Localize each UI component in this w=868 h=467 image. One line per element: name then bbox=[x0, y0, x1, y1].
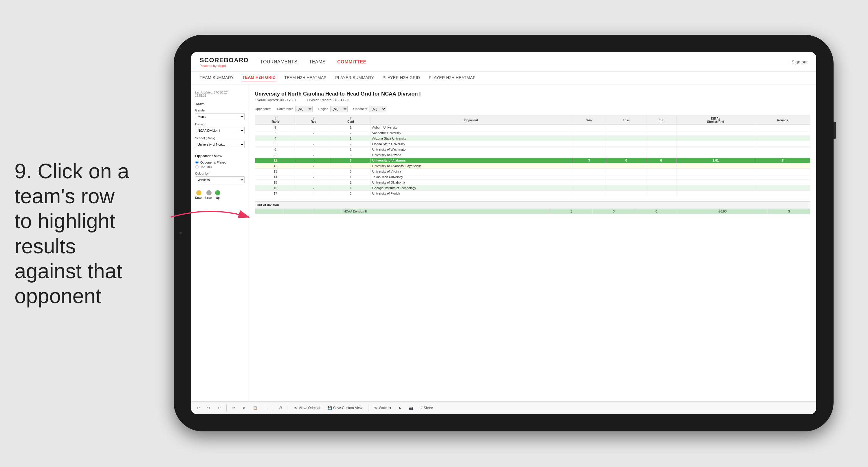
school-select[interactable]: University of Nort... bbox=[195, 141, 245, 148]
cell-loss bbox=[607, 152, 646, 158]
cut-button[interactable]: ✂ bbox=[231, 405, 237, 411]
gender-select[interactable]: Men's bbox=[195, 113, 245, 120]
cell-diff bbox=[676, 141, 755, 147]
cell-rounds bbox=[755, 125, 810, 130]
subnav-team-h2h-grid[interactable]: TEAM H2H GRID bbox=[243, 75, 276, 81]
cell-tie bbox=[646, 180, 676, 185]
colour-by-label: Colour by bbox=[195, 172, 245, 175]
cell-rank: 13 bbox=[255, 169, 296, 174]
brand-name: clippd bbox=[217, 64, 226, 67]
cell-reg: - bbox=[296, 125, 331, 130]
col-tie: Tie bbox=[646, 116, 676, 125]
region-label: Region bbox=[318, 107, 329, 111]
colour-by-select[interactable]: Win/loss bbox=[195, 176, 245, 183]
subnav-team-h2h-heatmap[interactable]: TEAM H2H HEATMAP bbox=[284, 75, 327, 81]
conference-select[interactable]: (All) bbox=[295, 106, 313, 112]
watch-button[interactable]: 👁 Watch ▾ bbox=[372, 405, 393, 411]
radio-top100-label: Top 100 bbox=[200, 165, 212, 169]
cell-rank: 2 bbox=[255, 125, 296, 130]
legend-dot-level bbox=[206, 190, 212, 196]
save-custom-button[interactable]: 💾 Save Custom View bbox=[326, 405, 364, 411]
cell-rounds bbox=[755, 147, 810, 152]
tablet-camera bbox=[180, 232, 182, 234]
reset-button[interactable]: ↩ bbox=[216, 405, 222, 411]
grid-panel: University of North Carolina Head-to-Hea… bbox=[249, 85, 816, 401]
cell-win bbox=[572, 152, 607, 158]
share-button[interactable]: ⤴ Share bbox=[419, 405, 435, 411]
cell-win bbox=[572, 185, 607, 191]
radio-opponents-played[interactable]: Opponents Played bbox=[195, 160, 245, 164]
cell-reg: - bbox=[296, 163, 331, 169]
out-of-division-row[interactable]: NCAA Division II 1 0 0 26.00 3 bbox=[255, 209, 810, 214]
subnav-player-h2h-grid[interactable]: PLAYER H2H GRID bbox=[383, 75, 420, 81]
opponent-select[interactable]: (All) bbox=[369, 106, 386, 112]
save-custom-label: Save Custom View bbox=[333, 406, 362, 410]
share-icon: ⤴ bbox=[421, 406, 423, 410]
subnav-team-summary[interactable]: TEAM SUMMARY bbox=[200, 75, 234, 81]
cell-reg: - bbox=[296, 169, 331, 174]
cell-win bbox=[572, 169, 607, 174]
table-row[interactable]: 9-3University of Arizona bbox=[255, 152, 810, 158]
division-select[interactable]: NCAA Division I bbox=[195, 127, 245, 134]
table-row[interactable]: 2-1Auburn University bbox=[255, 125, 810, 130]
cell-loss bbox=[607, 163, 646, 169]
nav-committee[interactable]: COMMITTEE bbox=[337, 59, 366, 64]
table-row[interactable]: 14-1Texas Tech University bbox=[255, 174, 810, 180]
table-row[interactable]: 8-2University of Washington bbox=[255, 147, 810, 152]
cell-win bbox=[572, 174, 607, 180]
undo-button[interactable]: ↩ bbox=[195, 405, 202, 411]
cell-diff bbox=[676, 169, 755, 174]
table-row[interactable]: 11-5University of Alabama3002.618 bbox=[255, 158, 810, 163]
nav-divider: | bbox=[787, 59, 789, 64]
table-row[interactable]: 4-1Arizona State University bbox=[255, 136, 810, 141]
region-select[interactable]: (All) bbox=[330, 106, 348, 112]
division-record: Division Record: 88 - 17 - 0 bbox=[307, 98, 349, 102]
cell-rounds bbox=[755, 136, 810, 141]
view-original-button[interactable]: 👁 View: Original bbox=[292, 405, 322, 411]
instruction-text: 9. Click on a team's row to highlight re… bbox=[14, 158, 136, 308]
view-original-label: View: Original bbox=[299, 406, 320, 410]
copy-button[interactable]: ⧉ bbox=[241, 405, 247, 411]
cell-reg: - bbox=[296, 191, 331, 196]
subnav-player-h2h-heatmap[interactable]: PLAYER H2H HEATMAP bbox=[429, 75, 475, 81]
sign-in-button[interactable]: Sign out bbox=[792, 59, 807, 64]
cell-conf: 3 bbox=[331, 191, 370, 196]
table-row[interactable]: 3-2Vanderbilt University bbox=[255, 130, 810, 136]
legend-level-label: Level bbox=[206, 196, 212, 200]
cell-conf: 1 bbox=[331, 174, 370, 180]
table-row[interactable]: 15-2University of Oklahoma bbox=[255, 180, 810, 185]
cell-loss: 0 bbox=[607, 158, 646, 163]
cell-rounds bbox=[755, 191, 810, 196]
present-button[interactable]: ▶ bbox=[397, 405, 403, 411]
nav-teams[interactable]: TEAMS bbox=[309, 59, 326, 64]
camera-button[interactable]: 📷 bbox=[407, 405, 415, 411]
nav-tournaments[interactable]: TOURNAMENTS bbox=[260, 59, 298, 64]
cell-rounds bbox=[755, 174, 810, 180]
cell-rank: 14 bbox=[255, 174, 296, 180]
nav-links: TOURNAMENTS TEAMS COMMITTEE bbox=[260, 59, 787, 64]
toolbar-divider-1 bbox=[226, 405, 227, 411]
insert-button[interactable]: + bbox=[263, 405, 269, 411]
grid-records: Overall Record: 89 - 17 - 0 Division Rec… bbox=[255, 98, 810, 102]
legend: Down Level Up bbox=[195, 190, 245, 200]
subnav-player-summary[interactable]: PLAYER SUMMARY bbox=[335, 75, 374, 81]
table-row[interactable]: 16-4Georgia Institute of Technology bbox=[255, 185, 810, 191]
table-row[interactable]: 6-2Florida State University bbox=[255, 141, 810, 147]
paste-button[interactable]: 📋 bbox=[251, 405, 259, 411]
radio-top100[interactable]: Top 100 bbox=[195, 165, 245, 169]
school-label: School (Rank) bbox=[195, 136, 245, 140]
logo-subtitle: Powered by clippd bbox=[200, 64, 249, 67]
cell-tie bbox=[646, 191, 676, 196]
cell-win bbox=[572, 147, 607, 152]
tablet-side-button bbox=[834, 122, 836, 139]
table-row[interactable]: 12-6University of Arkansas, Fayetteville bbox=[255, 163, 810, 169]
table-row[interactable]: 17-3University of Florida bbox=[255, 191, 810, 196]
cell-reg: - bbox=[296, 185, 331, 191]
table-row[interactable]: 13-3University of Virginia bbox=[255, 169, 810, 174]
cell-tie bbox=[646, 130, 676, 136]
odd-conf bbox=[313, 209, 342, 214]
redo-button[interactable]: ↪ bbox=[206, 405, 212, 411]
cell-loss bbox=[607, 136, 646, 141]
time-button[interactable]: ⏱ bbox=[277, 405, 284, 411]
cell-loss bbox=[607, 174, 646, 180]
